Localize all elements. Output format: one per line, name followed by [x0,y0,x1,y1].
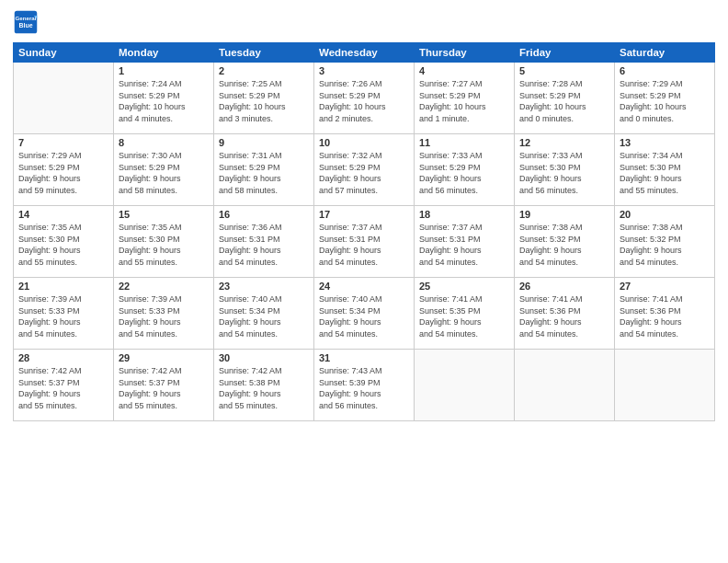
day-info: Sunrise: 7:32 AM Sunset: 5:29 PM Dayligh… [319,150,409,196]
day-cell: 29Sunrise: 7:42 AM Sunset: 5:37 PM Dayli… [114,350,214,421]
day-cell: 2Sunrise: 7:25 AM Sunset: 5:29 PM Daylig… [214,63,314,134]
day-number: 27 [620,281,710,292]
day-number: 18 [419,209,509,220]
week-row-2: 14Sunrise: 7:35 AM Sunset: 5:30 PM Dayli… [14,206,715,278]
day-info: Sunrise: 7:40 AM Sunset: 5:34 PM Dayligh… [319,293,409,339]
day-number: 1 [119,65,209,76]
day-cell: 20Sunrise: 7:38 AM Sunset: 5:32 PM Dayli… [615,206,715,278]
logo-icon: General Blue [13,9,39,35]
day-number: 13 [620,137,710,148]
day-cell: 11Sunrise: 7:33 AM Sunset: 5:29 PM Dayli… [415,134,515,206]
day-number: 26 [519,281,609,292]
day-number: 19 [519,209,609,220]
weekday-row: SundayMondayTuesdayWednesdayThursdayFrid… [14,43,715,63]
day-info: Sunrise: 7:40 AM Sunset: 5:34 PM Dayligh… [219,293,309,339]
day-cell: 31Sunrise: 7:43 AM Sunset: 5:39 PM Dayli… [314,350,415,421]
day-info: Sunrise: 7:31 AM Sunset: 5:29 PM Dayligh… [219,150,309,196]
calendar-header: SundayMondayTuesdayWednesdayThursdayFrid… [14,43,715,63]
week-row-0: 1Sunrise: 7:24 AM Sunset: 5:29 PM Daylig… [14,63,715,134]
day-number: 9 [219,137,309,148]
day-cell: 22Sunrise: 7:39 AM Sunset: 5:33 PM Dayli… [114,278,214,350]
day-cell: 27Sunrise: 7:41 AM Sunset: 5:36 PM Dayli… [615,278,715,350]
day-number: 22 [119,281,209,292]
calendar-body: 1Sunrise: 7:24 AM Sunset: 5:29 PM Daylig… [14,63,715,421]
day-cell: 19Sunrise: 7:38 AM Sunset: 5:32 PM Dayli… [515,206,615,278]
day-cell: 7Sunrise: 7:29 AM Sunset: 5:29 PM Daylig… [14,134,114,206]
day-cell: 12Sunrise: 7:33 AM Sunset: 5:30 PM Dayli… [515,134,615,206]
day-info: Sunrise: 7:42 AM Sunset: 5:37 PM Dayligh… [18,365,108,411]
day-info: Sunrise: 7:35 AM Sunset: 5:30 PM Dayligh… [18,222,108,268]
day-cell [14,63,114,134]
day-info: Sunrise: 7:29 AM Sunset: 5:29 PM Dayligh… [620,78,710,124]
week-row-3: 21Sunrise: 7:39 AM Sunset: 5:33 PM Dayli… [14,278,715,350]
day-cell: 24Sunrise: 7:40 AM Sunset: 5:34 PM Dayli… [314,278,415,350]
day-cell: 23Sunrise: 7:40 AM Sunset: 5:34 PM Dayli… [214,278,314,350]
day-info: Sunrise: 7:26 AM Sunset: 5:29 PM Dayligh… [319,78,409,124]
day-number: 12 [519,137,609,148]
day-info: Sunrise: 7:29 AM Sunset: 5:29 PM Dayligh… [18,150,108,196]
day-cell: 4Sunrise: 7:27 AM Sunset: 5:29 PM Daylig… [415,63,515,134]
day-number: 2 [219,65,309,76]
day-cell: 17Sunrise: 7:37 AM Sunset: 5:31 PM Dayli… [314,206,415,278]
day-info: Sunrise: 7:28 AM Sunset: 5:29 PM Dayligh… [519,78,609,124]
day-number: 6 [620,65,710,76]
day-cell: 1Sunrise: 7:24 AM Sunset: 5:29 PM Daylig… [114,63,214,134]
day-number: 17 [319,209,409,220]
svg-text:General: General [16,15,37,21]
weekday-header-saturday: Saturday [615,43,715,63]
weekday-header-sunday: Sunday [14,43,114,63]
day-number: 14 [18,209,108,220]
weekday-header-monday: Monday [114,43,214,63]
day-info: Sunrise: 7:37 AM Sunset: 5:31 PM Dayligh… [419,222,509,268]
day-info: Sunrise: 7:38 AM Sunset: 5:32 PM Dayligh… [519,222,609,268]
day-number: 7 [18,137,108,148]
logo: General Blue [13,9,40,35]
day-number: 4 [419,65,509,76]
day-info: Sunrise: 7:39 AM Sunset: 5:33 PM Dayligh… [18,293,108,339]
day-cell [515,350,615,421]
weekday-header-thursday: Thursday [415,43,515,63]
calendar: SundayMondayTuesdayWednesdayThursdayFrid… [13,42,715,421]
day-info: Sunrise: 7:34 AM Sunset: 5:30 PM Dayligh… [620,150,710,196]
day-cell [615,350,715,421]
day-number: 28 [18,352,108,363]
page: General Blue SundayMondayTuesdayWednesda… [0,0,728,563]
day-number: 24 [319,281,409,292]
day-number: 8 [119,137,209,148]
day-cell [415,350,515,421]
svg-text:Blue: Blue [18,22,32,29]
day-number: 20 [620,209,710,220]
day-info: Sunrise: 7:39 AM Sunset: 5:33 PM Dayligh… [119,293,209,339]
day-cell: 28Sunrise: 7:42 AM Sunset: 5:37 PM Dayli… [14,350,114,421]
day-number: 29 [119,352,209,363]
day-number: 5 [519,65,609,76]
day-info: Sunrise: 7:42 AM Sunset: 5:38 PM Dayligh… [219,365,309,411]
day-number: 10 [319,137,409,148]
day-number: 16 [219,209,309,220]
day-cell: 3Sunrise: 7:26 AM Sunset: 5:29 PM Daylig… [314,63,415,134]
day-number: 21 [18,281,108,292]
day-cell: 26Sunrise: 7:41 AM Sunset: 5:36 PM Dayli… [515,278,615,350]
day-info: Sunrise: 7:33 AM Sunset: 5:30 PM Dayligh… [519,150,609,196]
day-info: Sunrise: 7:41 AM Sunset: 5:36 PM Dayligh… [519,293,609,339]
day-info: Sunrise: 7:38 AM Sunset: 5:32 PM Dayligh… [620,222,710,268]
weekday-header-tuesday: Tuesday [214,43,314,63]
day-cell: 10Sunrise: 7:32 AM Sunset: 5:29 PM Dayli… [314,134,415,206]
day-info: Sunrise: 7:35 AM Sunset: 5:30 PM Dayligh… [119,222,209,268]
week-row-1: 7Sunrise: 7:29 AM Sunset: 5:29 PM Daylig… [14,134,715,206]
day-cell: 16Sunrise: 7:36 AM Sunset: 5:31 PM Dayli… [214,206,314,278]
day-info: Sunrise: 7:41 AM Sunset: 5:35 PM Dayligh… [419,293,509,339]
day-cell: 9Sunrise: 7:31 AM Sunset: 5:29 PM Daylig… [214,134,314,206]
day-info: Sunrise: 7:41 AM Sunset: 5:36 PM Dayligh… [620,293,710,339]
day-info: Sunrise: 7:36 AM Sunset: 5:31 PM Dayligh… [219,222,309,268]
day-cell: 15Sunrise: 7:35 AM Sunset: 5:30 PM Dayli… [114,206,214,278]
day-info: Sunrise: 7:43 AM Sunset: 5:39 PM Dayligh… [319,365,409,411]
weekday-header-wednesday: Wednesday [314,43,415,63]
day-cell: 13Sunrise: 7:34 AM Sunset: 5:30 PM Dayli… [615,134,715,206]
day-info: Sunrise: 7:27 AM Sunset: 5:29 PM Dayligh… [419,78,509,124]
day-cell: 14Sunrise: 7:35 AM Sunset: 5:30 PM Dayli… [14,206,114,278]
day-cell: 8Sunrise: 7:30 AM Sunset: 5:29 PM Daylig… [114,134,214,206]
day-cell: 5Sunrise: 7:28 AM Sunset: 5:29 PM Daylig… [515,63,615,134]
header: General Blue [13,9,715,35]
day-cell: 18Sunrise: 7:37 AM Sunset: 5:31 PM Dayli… [415,206,515,278]
